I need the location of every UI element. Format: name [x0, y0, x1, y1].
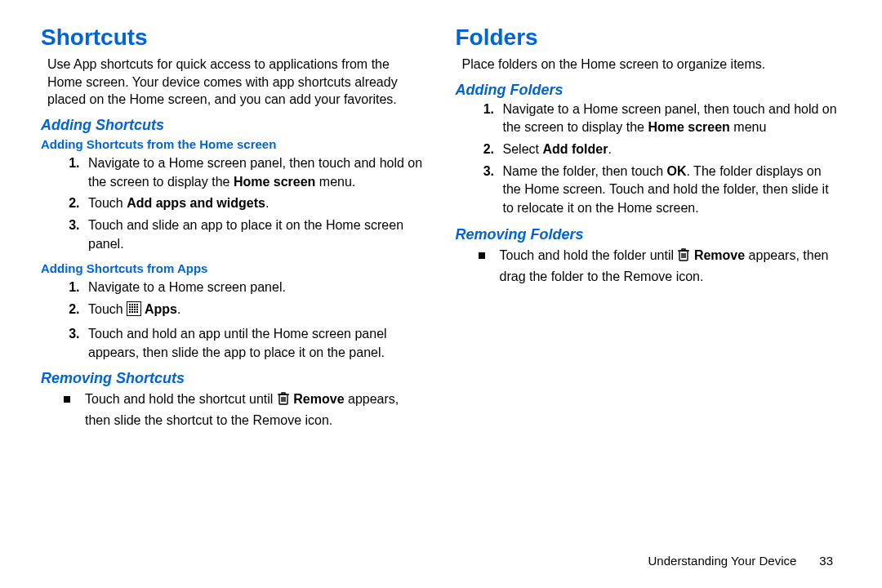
subsub-adding-from-home: Adding Shortcuts from the Home screen — [41, 137, 423, 151]
text: Name the folder, then touch — [503, 164, 667, 178]
svg-rect-10 — [131, 309, 133, 310]
shortcuts-intro: Use App shortcuts for quick access to ap… — [47, 56, 423, 109]
step-folder-3: Name the folder, then touch OK. The fold… — [498, 163, 838, 218]
bullet-remove-shortcut: Touch and hold the shortcut until Remove… — [64, 390, 423, 430]
step-home-3: Touch and slide an app to place it on th… — [83, 216, 423, 253]
step-folder-1: Navigate to a Home screen panel, then to… — [498, 100, 838, 137]
square-bullet-icon — [64, 396, 70, 403]
svg-rect-12 — [136, 309, 138, 310]
svg-rect-11 — [134, 309, 136, 310]
step-home-1: Navigate to a Home screen panel, then to… — [83, 154, 423, 191]
folders-intro: Place folders on the Home screen to orga… — [462, 56, 838, 74]
heading-folders: Folders — [456, 24, 838, 51]
subheading-removing-folders: Removing Folders — [456, 226, 838, 243]
step-apps-2: Touch Apps. — [83, 301, 423, 322]
subheading-adding-shortcuts: Adding Shortcuts — [41, 117, 423, 134]
text: Touch and hold the shortcut until — [85, 392, 277, 406]
list-adding-from-home: Navigate to a Home screen panel, then to… — [41, 154, 423, 254]
footer-page-number: 33 — [819, 554, 833, 568]
svg-rect-14 — [131, 311, 133, 313]
svg-rect-4 — [136, 304, 138, 305]
right-column: Folders Place folders on the Home screen… — [439, 24, 846, 531]
text: menu. — [315, 175, 355, 189]
bold: Remove — [690, 248, 745, 262]
bullet-text: Touch and hold the shortcut until Remove… — [85, 390, 423, 430]
text: Touch — [88, 302, 127, 316]
page-footer: Understanding Your Device33 — [648, 554, 833, 568]
svg-rect-1 — [129, 304, 131, 305]
svg-rect-13 — [129, 311, 131, 313]
bold: Add folder — [542, 142, 608, 156]
trash-icon — [677, 247, 690, 268]
bold: Remove — [290, 392, 345, 406]
bold: Home screen — [234, 175, 316, 189]
subheading-adding-folders: Adding Folders — [456, 82, 838, 99]
step-apps-1: Navigate to a Home screen panel. — [83, 278, 423, 297]
text: . — [608, 142, 611, 156]
footer-section-title: Understanding Your Device — [648, 554, 797, 568]
svg-rect-6 — [131, 306, 133, 308]
svg-rect-8 — [136, 306, 138, 308]
text: menu — [730, 120, 766, 134]
heading-shortcuts: Shortcuts — [41, 24, 423, 51]
text: Touch — [88, 196, 127, 210]
trash-icon — [277, 391, 290, 412]
svg-rect-15 — [134, 311, 136, 313]
subsub-adding-from-apps: Adding Shortcuts from Apps — [41, 261, 423, 275]
step-home-2: Touch Add apps and widgets. — [83, 194, 423, 213]
left-column: Shortcuts Use App shortcuts for quick ac… — [41, 24, 439, 531]
apps-grid-icon — [127, 301, 141, 322]
bold: Apps — [141, 302, 177, 316]
step-folder-2: Select Add folder. — [498, 140, 838, 159]
text: . — [265, 196, 269, 210]
square-bullet-icon — [479, 252, 485, 259]
page-columns: Shortcuts Use App shortcuts for quick ac… — [0, 0, 882, 539]
svg-rect-9 — [129, 309, 131, 310]
bullet-text: Touch and hold the folder until Remove a… — [500, 247, 838, 286]
svg-rect-16 — [136, 311, 138, 313]
subheading-removing-shortcuts: Removing Shortcuts — [41, 370, 423, 387]
list-adding-folders: Navigate to a Home screen panel, then to… — [456, 100, 838, 218]
bullet-remove-folder: Touch and hold the folder until Remove a… — [479, 247, 838, 286]
text: . — [177, 302, 180, 316]
svg-rect-7 — [134, 306, 136, 308]
text: Select — [503, 142, 543, 156]
svg-rect-3 — [134, 304, 136, 305]
svg-rect-5 — [129, 306, 131, 308]
list-adding-from-apps: Navigate to a Home screen panel. Touch A… — [41, 278, 423, 362]
bold: OK — [667, 164, 687, 178]
text: Touch and hold the folder until — [500, 248, 678, 262]
step-apps-3: Touch and hold an app until the Home scr… — [83, 325, 423, 362]
bold: Add apps and widgets — [127, 196, 265, 210]
svg-rect-2 — [131, 304, 133, 305]
bold: Home screen — [648, 120, 730, 134]
